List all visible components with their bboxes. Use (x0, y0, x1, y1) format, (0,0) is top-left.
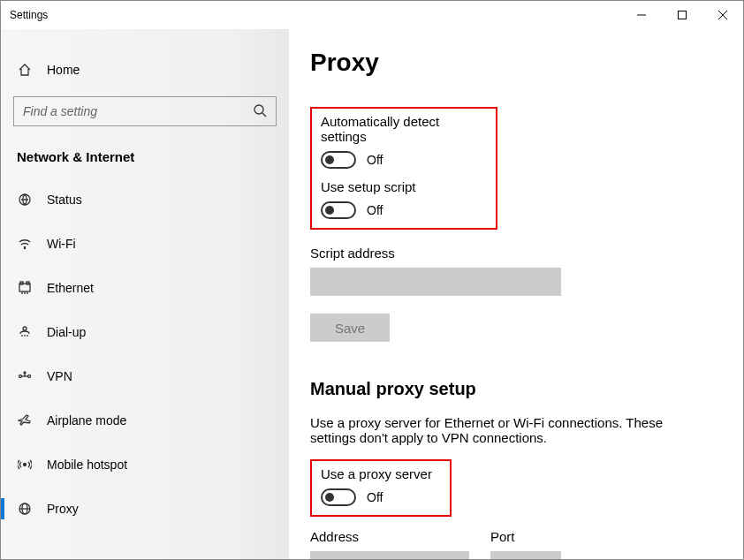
page-title: Proxy (310, 49, 722, 77)
minimize-button[interactable] (621, 1, 662, 29)
port-input[interactable] (490, 551, 561, 559)
svg-rect-1 (679, 11, 687, 19)
sidebar-item-airplane[interactable]: Airplane mode (13, 403, 277, 438)
maximize-icon (678, 11, 687, 19)
sidebar-item-label: Status (47, 193, 82, 207)
sidebar-item-label: Proxy (47, 502, 79, 516)
sidebar-item-label: VPN (47, 369, 72, 383)
highlight-auto-setup: Automatically detect settings Off Use se… (310, 107, 497, 230)
highlight-use-proxy: Use a proxy server Off (310, 459, 452, 517)
vpn-icon (17, 369, 33, 383)
script-address-input[interactable] (310, 268, 561, 296)
close-button[interactable] (702, 1, 743, 29)
close-icon (718, 11, 727, 19)
port-label: Port (490, 529, 561, 544)
search-icon (253, 103, 267, 120)
sidebar-item-proxy[interactable]: Proxy (13, 491, 277, 526)
manual-setup-description: Use a proxy server for Ethernet or Wi-Fi… (310, 415, 708, 445)
use-script-label: Use setup script (321, 179, 487, 194)
sidebar-item-label: Airplane mode (47, 413, 126, 428)
auto-detect-toggle[interactable] (321, 151, 356, 169)
svg-point-18 (19, 375, 22, 378)
svg-point-19 (28, 375, 31, 378)
manual-setup-title: Manual proxy setup (310, 379, 722, 399)
use-script-toggle[interactable] (321, 201, 356, 219)
sidebar: Home Network & Internet Status Wi-Fi (1, 29, 289, 559)
svg-point-14 (23, 327, 27, 330)
window-title: Settings (10, 9, 621, 21)
svg-line-5 (262, 113, 266, 117)
globe-icon (17, 502, 33, 516)
use-script-state: Off (367, 203, 383, 217)
status-icon (17, 193, 33, 207)
search-box[interactable] (13, 96, 277, 126)
dialup-icon (17, 325, 33, 339)
sidebar-item-wifi[interactable]: Wi-Fi (13, 226, 277, 261)
category-header: Network & Internet (17, 149, 273, 164)
address-label: Address (310, 529, 469, 544)
svg-point-21 (24, 372, 26, 374)
ethernet-icon (17, 281, 33, 295)
home-button[interactable]: Home (13, 54, 277, 86)
sidebar-item-label: Dial-up (47, 325, 86, 339)
svg-point-4 (254, 105, 263, 114)
sidebar-item-dialup[interactable]: Dial-up (13, 314, 277, 350)
minimize-icon (637, 11, 646, 19)
airplane-icon (17, 413, 33, 428)
svg-point-23 (24, 464, 27, 466)
home-icon (17, 63, 33, 77)
search-input[interactable] (23, 104, 253, 118)
sidebar-item-hotspot[interactable]: Mobile hotspot (13, 447, 277, 482)
use-proxy-toggle[interactable] (321, 488, 356, 506)
sidebar-item-label: Wi-Fi (47, 237, 76, 251)
wifi-icon (17, 237, 33, 251)
sidebar-item-status[interactable]: Status (13, 182, 277, 217)
home-label: Home (47, 63, 80, 77)
save-button[interactable]: Save (310, 314, 390, 342)
sidebar-item-label: Ethernet (47, 281, 94, 295)
sidebar-item-label: Mobile hotspot (47, 458, 127, 472)
hotspot-icon (17, 458, 33, 472)
script-address-label: Script address (310, 246, 722, 261)
sidebar-item-vpn[interactable]: VPN (13, 359, 277, 394)
window-controls (621, 1, 743, 29)
auto-detect-state: Off (367, 153, 383, 167)
sidebar-item-ethernet[interactable]: Ethernet (13, 270, 277, 306)
auto-detect-label: Automatically detect settings (321, 114, 487, 144)
use-proxy-label: Use a proxy server (321, 466, 441, 481)
titlebar: Settings (1, 1, 743, 29)
svg-point-7 (24, 247, 25, 248)
use-proxy-state: Off (367, 490, 383, 504)
maximize-button[interactable] (662, 1, 702, 29)
address-input[interactable] (310, 551, 469, 559)
main-content: Proxy Automatically detect settings Off … (289, 29, 743, 559)
